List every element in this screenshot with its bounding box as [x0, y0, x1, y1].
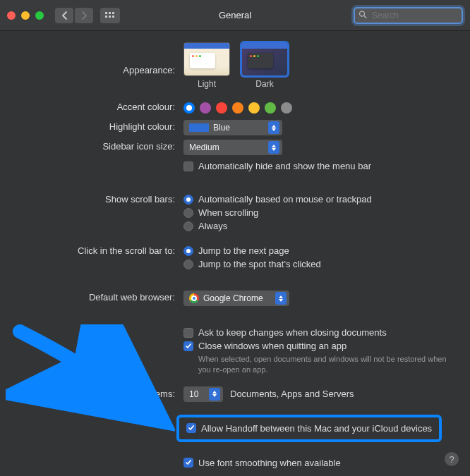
minimize-window-button[interactable]: [21, 11, 30, 20]
allow-handoff-option[interactable]: Allow Handoff between this Mac and your …: [186, 422, 432, 435]
updown-icon: [268, 121, 279, 134]
accent-label: Accent colour:: [14, 100, 183, 112]
click-spot-option[interactable]: Jump to the spot that's clicked: [183, 257, 321, 271]
checkbox-icon: [183, 328, 193, 338]
updown-icon: [268, 141, 279, 154]
radio-icon: [183, 246, 193, 256]
close-windows-hint: When selected, open documents and window…: [198, 353, 456, 378]
appearance-light[interactable]: Light: [183, 42, 230, 89]
accent-colour-option[interactable]: [216, 102, 227, 114]
search-icon: [358, 10, 367, 20]
scrollbars-label: Show scroll bars:: [14, 193, 183, 205]
accent-colour-option[interactable]: [248, 102, 260, 114]
chrome-icon: [189, 293, 199, 303]
content: Appearance: Light Dark Accent colour: Hi…: [0, 31, 470, 476]
appearance-dark[interactable]: Dark: [241, 42, 288, 89]
svg-rect-3: [105, 16, 107, 18]
updown-icon: [209, 388, 220, 401]
appearance-options: Light Dark: [183, 42, 288, 89]
window-title: General: [219, 10, 251, 20]
accent-colour-option[interactable]: [265, 102, 276, 114]
scroll-always-option[interactable]: Always: [183, 219, 227, 233]
accent-colour-option[interactable]: [281, 102, 292, 114]
highlight-swatch: [189, 123, 209, 132]
checkbox-icon: [183, 458, 193, 468]
sidebar-size-select[interactable]: Medium: [183, 140, 282, 155]
click-scroll-label: Click in the scroll bar to:: [14, 244, 183, 256]
checkbox-icon: [183, 161, 193, 171]
svg-line-7: [364, 16, 366, 18]
svg-rect-0: [105, 12, 107, 14]
checkbox-icon: [183, 341, 193, 351]
highlight-label: Highlight colour:: [14, 120, 183, 132]
zoom-window-button[interactable]: [35, 11, 44, 20]
search-input[interactable]: [354, 7, 463, 24]
help-button[interactable]: ?: [445, 452, 459, 466]
radio-icon: [183, 221, 193, 231]
click-nextpage-option[interactable]: Jump to the next page: [183, 244, 289, 257]
default-browser-label: Default web browser:: [14, 291, 183, 303]
svg-rect-1: [109, 12, 111, 14]
scroll-auto-option[interactable]: Automatically based on mouse or trackpad: [183, 193, 372, 206]
recent-items-select[interactable]: 10: [183, 386, 223, 402]
accent-colour-picker: [183, 100, 292, 116]
accent-colour-option[interactable]: [183, 102, 195, 114]
autohide-menubar-option[interactable]: Automatically hide and show the menu bar: [183, 159, 371, 173]
appearance-label: Appearance:: [14, 42, 183, 75]
grid-icon: [105, 12, 115, 19]
updown-icon: [275, 292, 287, 305]
titlebar: General: [0, 0, 470, 31]
radio-icon: [183, 195, 193, 205]
default-browser-select[interactable]: Google Chrome: [183, 291, 289, 306]
svg-rect-2: [112, 12, 114, 14]
scroll-when-option[interactable]: When scrolling: [183, 206, 258, 219]
ask-keep-changes-option[interactable]: Ask to keep changes when closing documen…: [183, 326, 387, 339]
back-button[interactable]: [55, 8, 73, 23]
svg-point-6: [360, 11, 365, 16]
close-windows-option[interactable]: Close windows when quitting an app: [183, 339, 347, 353]
window-controls: [7, 11, 44, 20]
accent-colour-option[interactable]: [200, 102, 211, 114]
recent-items-suffix: Documents, Apps and Servers: [230, 389, 354, 399]
nav-buttons: [55, 8, 93, 23]
radio-icon: [183, 208, 193, 218]
forward-button[interactable]: [75, 8, 93, 23]
font-smoothing-option[interactable]: Use font smoothing when available: [183, 456, 341, 470]
close-window-button[interactable]: [7, 11, 16, 20]
show-all-button[interactable]: [100, 8, 120, 23]
svg-rect-5: [112, 16, 114, 18]
radio-icon: [183, 260, 193, 269]
svg-rect-4: [109, 16, 111, 18]
search-wrap: [354, 7, 463, 24]
checkbox-icon: [186, 423, 196, 433]
highlight-colour-select[interactable]: Blue: [183, 120, 282, 135]
accent-colour-option[interactable]: [232, 102, 243, 114]
recent-items-label: Recent items:: [14, 386, 183, 399]
handoff-highlight: Allow Handoff between this Mac and your …: [176, 415, 442, 442]
sidebar-size-label: Sidebar icon size:: [14, 140, 183, 152]
